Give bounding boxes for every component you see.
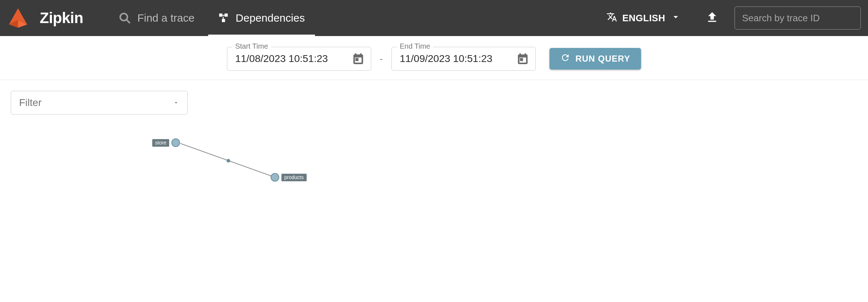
nav-dependencies-label: Dependencies bbox=[236, 12, 305, 24]
svg-rect-6 bbox=[225, 14, 228, 17]
svg-line-4 bbox=[126, 19, 130, 23]
graph-edge-midpoint-icon bbox=[227, 159, 230, 163]
filter-select[interactable]: Filter bbox=[11, 91, 188, 115]
app-title: Zipkin bbox=[40, 9, 83, 27]
language-selector[interactable]: ENGLISH bbox=[598, 12, 690, 25]
upload-icon bbox=[705, 10, 719, 26]
nav-dependencies[interactable]: Dependencies bbox=[208, 0, 315, 36]
time-range-separator: - bbox=[378, 54, 385, 64]
refresh-icon bbox=[560, 53, 570, 65]
filter-row: Filter bbox=[0, 80, 868, 118]
graph-node-label: products bbox=[281, 174, 307, 181]
svg-rect-7 bbox=[222, 19, 225, 22]
dropdown-caret-icon bbox=[173, 97, 179, 108]
calendar-icon[interactable] bbox=[517, 53, 529, 65]
time-range-row: Start Time - End Time RUN QUERY bbox=[0, 36, 868, 80]
start-time-label: Start Time bbox=[232, 42, 271, 50]
run-query-button[interactable]: RUN QUERY bbox=[549, 48, 641, 70]
graph-node-dot-icon bbox=[271, 173, 279, 182]
dependencies-icon bbox=[218, 13, 229, 23]
chevron-down-icon bbox=[670, 12, 681, 25]
search-trace-input[interactable] bbox=[735, 6, 861, 30]
end-time-field[interactable]: End Time bbox=[391, 47, 536, 71]
dependency-graph[interactable]: store products bbox=[0, 118, 868, 234]
calendar-icon[interactable] bbox=[352, 53, 364, 65]
start-time-field[interactable]: Start Time bbox=[227, 47, 371, 71]
graph-node-dot-icon bbox=[171, 138, 180, 147]
nav-find-trace-label: Find a trace bbox=[137, 12, 194, 24]
nav-find-trace[interactable]: Find a trace bbox=[109, 0, 205, 36]
end-time-input[interactable] bbox=[400, 53, 508, 65]
end-time-label: End Time bbox=[397, 42, 433, 50]
graph-node-products[interactable]: products bbox=[271, 173, 307, 182]
language-label: ENGLISH bbox=[622, 13, 665, 24]
start-time-input[interactable] bbox=[235, 53, 343, 65]
svg-point-3 bbox=[120, 13, 127, 21]
run-query-label: RUN QUERY bbox=[575, 54, 630, 64]
upload-button[interactable] bbox=[702, 8, 722, 28]
translate-icon bbox=[606, 12, 617, 25]
svg-rect-5 bbox=[219, 14, 223, 17]
graph-node-store[interactable]: store bbox=[152, 138, 180, 147]
graph-node-label: store bbox=[152, 139, 169, 147]
filter-placeholder: Filter bbox=[19, 97, 41, 108]
zipkin-logo-icon bbox=[7, 7, 29, 29]
search-icon bbox=[119, 12, 131, 24]
app-header: Zipkin Find a trace Dependencies bbox=[0, 0, 868, 36]
